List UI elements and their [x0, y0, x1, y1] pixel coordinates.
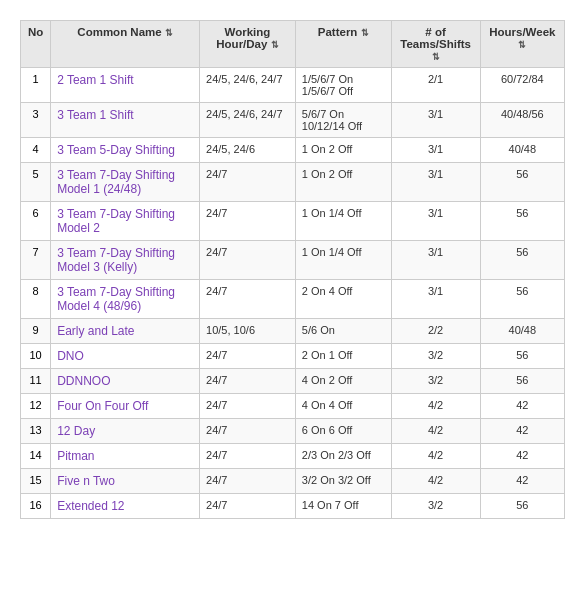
row-pattern: 2/3 On 2/3 Off — [295, 444, 391, 469]
row-pattern: 5/6 On — [295, 319, 391, 344]
row-common-name[interactable]: 3 Team 7-Day Shifting Model 1 (24/48) — [51, 163, 200, 202]
row-common-name[interactable]: 3 Team 1 Shift — [51, 103, 200, 138]
row-common-name[interactable]: Pitman — [51, 444, 200, 469]
hours-header[interactable]: Hours/Week ⇅ — [480, 21, 564, 68]
row-hours-week: 40/48/56 — [480, 103, 564, 138]
table-row: 15Five n Two24/73/2 On 3/2 Off4/242 — [21, 469, 565, 494]
row-pattern: 1 On 2 Off — [295, 138, 391, 163]
teams-header-label: # of Teams/Shifts — [400, 26, 471, 50]
pattern-header-label: Pattern — [318, 26, 358, 38]
row-hours-week: 56 — [480, 494, 564, 519]
row-number: 10 — [21, 344, 51, 369]
row-common-name[interactable]: 3 Team 7-Day Shifting Model 3 (Kelly) — [51, 241, 200, 280]
row-working-hours: 24/5, 24/6, 24/7 — [200, 103, 296, 138]
row-pattern: 14 On 7 Off — [295, 494, 391, 519]
row-number: 9 — [21, 319, 51, 344]
row-common-name[interactable]: 3 Team 5-Day Shifting — [51, 138, 200, 163]
row-number: 3 — [21, 103, 51, 138]
table-row: 1312 Day24/76 On 6 Off4/242 — [21, 419, 565, 444]
row-hours-week: 56 — [480, 163, 564, 202]
pattern-sort-icon[interactable]: ⇅ — [361, 28, 369, 38]
row-hours-week: 42 — [480, 444, 564, 469]
teams-header[interactable]: # of Teams/Shifts ⇅ — [391, 21, 480, 68]
hours-sort-icon[interactable]: ⇅ — [518, 40, 526, 50]
table-row: 73 Team 7-Day Shifting Model 3 (Kelly)24… — [21, 241, 565, 280]
row-teams: 3/1 — [391, 202, 480, 241]
table-row: 63 Team 7-Day Shifting Model 224/71 On 1… — [21, 202, 565, 241]
table-row: 33 Team 1 Shift24/5, 24/6, 24/75/6/7 On … — [21, 103, 565, 138]
table-row: 83 Team 7-Day Shifting Model 4 (48/96)24… — [21, 280, 565, 319]
row-common-name[interactable]: Four On Four Off — [51, 394, 200, 419]
table-row: 16Extended 1224/714 On 7 Off3/256 — [21, 494, 565, 519]
row-working-hours: 24/5, 24/6 — [200, 138, 296, 163]
row-teams: 4/2 — [391, 469, 480, 494]
row-common-name[interactable]: Early and Late — [51, 319, 200, 344]
row-pattern: 1 On 1/4 Off — [295, 202, 391, 241]
row-working-hours: 24/7 — [200, 202, 296, 241]
row-teams: 4/2 — [391, 444, 480, 469]
row-pattern: 2 On 1 Off — [295, 344, 391, 369]
row-working-hours: 24/7 — [200, 241, 296, 280]
row-pattern: 5/6/7 On 10/12/14 Off — [295, 103, 391, 138]
row-working-hours: 24/7 — [200, 394, 296, 419]
common-name-header-label: Common Name — [77, 26, 161, 38]
row-number: 13 — [21, 419, 51, 444]
row-common-name[interactable]: DNO — [51, 344, 200, 369]
teams-sort-icon[interactable]: ⇅ — [432, 52, 440, 62]
row-number: 1 — [21, 68, 51, 103]
row-number: 16 — [21, 494, 51, 519]
row-working-hours: 24/7 — [200, 369, 296, 394]
row-teams: 3/2 — [391, 369, 480, 394]
row-pattern: 3/2 On 3/2 Off — [295, 469, 391, 494]
row-common-name[interactable]: 3 Team 7-Day Shifting Model 2 — [51, 202, 200, 241]
row-hours-week: 60/72/84 — [480, 68, 564, 103]
row-hours-week: 42 — [480, 469, 564, 494]
common-name-sort-icon[interactable]: ⇅ — [165, 28, 173, 38]
row-teams: 3/1 — [391, 280, 480, 319]
working-hour-sort-icon[interactable]: ⇅ — [271, 40, 279, 50]
row-common-name[interactable]: 3 Team 7-Day Shifting Model 4 (48/96) — [51, 280, 200, 319]
row-teams: 4/2 — [391, 394, 480, 419]
no-header-label: No — [28, 26, 43, 38]
row-number: 12 — [21, 394, 51, 419]
row-working-hours: 24/7 — [200, 280, 296, 319]
table-row: 10DNO24/72 On 1 Off3/256 — [21, 344, 565, 369]
row-number: 8 — [21, 280, 51, 319]
row-hours-week: 56 — [480, 344, 564, 369]
row-hours-week: 42 — [480, 419, 564, 444]
row-teams: 3/2 — [391, 344, 480, 369]
row-working-hours: 10/5, 10/6 — [200, 319, 296, 344]
row-teams: 4/2 — [391, 419, 480, 444]
row-working-hours: 24/5, 24/6, 24/7 — [200, 68, 296, 103]
common-name-header[interactable]: Common Name ⇅ — [51, 21, 200, 68]
row-working-hours: 24/7 — [200, 163, 296, 202]
row-working-hours: 24/7 — [200, 444, 296, 469]
row-number: 5 — [21, 163, 51, 202]
row-number: 4 — [21, 138, 51, 163]
table-row: 43 Team 5-Day Shifting24/5, 24/61 On 2 O… — [21, 138, 565, 163]
row-teams: 3/1 — [391, 163, 480, 202]
table-row: 53 Team 7-Day Shifting Model 1 (24/48)24… — [21, 163, 565, 202]
row-common-name[interactable]: 2 Team 1 Shift — [51, 68, 200, 103]
row-working-hours: 24/7 — [200, 344, 296, 369]
table-row: 9Early and Late10/5, 10/65/6 On2/240/48 — [21, 319, 565, 344]
pattern-header[interactable]: Pattern ⇅ — [295, 21, 391, 68]
row-working-hours: 24/7 — [200, 419, 296, 444]
row-working-hours: 24/7 — [200, 494, 296, 519]
shift-table: No Common Name ⇅ Working Hour/Day ⇅ Patt… — [20, 20, 565, 519]
row-teams: 3/1 — [391, 138, 480, 163]
working-hour-header[interactable]: Working Hour/Day ⇅ — [200, 21, 296, 68]
row-common-name[interactable]: Extended 12 — [51, 494, 200, 519]
row-hours-week: 56 — [480, 202, 564, 241]
row-pattern: 4 On 2 Off — [295, 369, 391, 394]
row-hours-week: 56 — [480, 280, 564, 319]
row-common-name[interactable]: Five n Two — [51, 469, 200, 494]
row-number: 15 — [21, 469, 51, 494]
row-hours-week: 56 — [480, 241, 564, 280]
row-teams: 3/2 — [391, 494, 480, 519]
row-number: 7 — [21, 241, 51, 280]
row-common-name[interactable]: DDNNOO — [51, 369, 200, 394]
row-working-hours: 24/7 — [200, 469, 296, 494]
row-pattern: 1 On 2 Off — [295, 163, 391, 202]
row-common-name[interactable]: 12 Day — [51, 419, 200, 444]
